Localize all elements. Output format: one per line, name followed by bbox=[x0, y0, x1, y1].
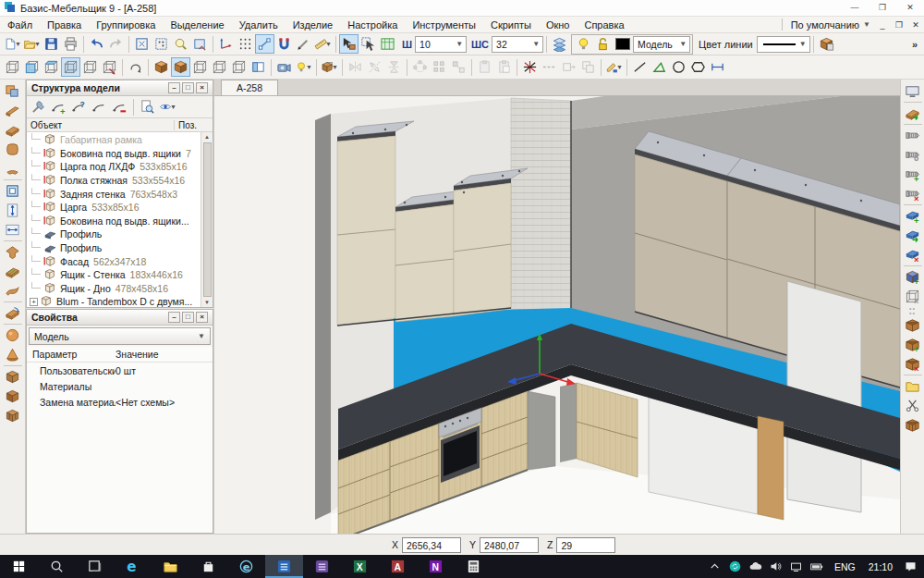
taskbar-basis-button[interactable] bbox=[265, 555, 303, 578]
circle-o-button[interactable] bbox=[669, 57, 688, 77]
ruler-button[interactable]: ▼ bbox=[313, 34, 333, 54]
taskbar-calc-button[interactable] bbox=[455, 555, 492, 578]
solid-cube-button[interactable] bbox=[152, 57, 171, 77]
save-button[interactable] bbox=[42, 34, 61, 54]
array-move-button[interactable] bbox=[449, 57, 468, 77]
mirror-d-button[interactable] bbox=[365, 57, 384, 77]
axes-button[interactable] bbox=[216, 34, 236, 54]
panel-arrow-button[interactable] bbox=[903, 226, 922, 245]
tray-battery-icon[interactable] bbox=[807, 555, 827, 578]
menu-удалить[interactable]: Удалить bbox=[232, 19, 286, 31]
tray-sync-icon[interactable] bbox=[725, 555, 746, 578]
taskbar-explorer-button[interactable] bbox=[152, 555, 189, 578]
dim-hz-button[interactable] bbox=[3, 220, 22, 240]
z-coordinate-input[interactable]: 29 bbox=[556, 537, 615, 553]
language-indicator[interactable]: ENG bbox=[829, 561, 861, 572]
menu-окно[interactable]: Окно bbox=[539, 19, 578, 31]
solid-cube-button[interactable] bbox=[171, 57, 190, 77]
cube-arrow-button[interactable] bbox=[100, 57, 119, 77]
clock[interactable]: 21:10 bbox=[863, 561, 898, 572]
tree-expander-icon[interactable]: + bbox=[30, 298, 38, 306]
taskbar-excel-button[interactable]: X bbox=[341, 555, 379, 578]
taskbar-access-button[interactable]: A bbox=[379, 555, 417, 578]
scissors-button[interactable] bbox=[903, 396, 922, 415]
wood-box-button[interactable] bbox=[3, 387, 22, 406]
cube-add-button[interactable]: + bbox=[903, 267, 922, 287]
cabinet-add-button[interactable]: + bbox=[903, 335, 922, 354]
line-seg-button[interactable] bbox=[630, 57, 650, 77]
new-doc-button[interactable]: ▼ bbox=[3, 34, 22, 54]
tree-item[interactable]: Боковина под выдв. ящики... bbox=[29, 215, 200, 228]
close-button[interactable]: ✕ bbox=[896, 0, 924, 16]
toolbar-overflow-button[interactable]: » bbox=[912, 39, 918, 50]
wood-grid-button[interactable] bbox=[3, 406, 22, 425]
tree-item[interactable]: +Blum - Tandembox D с двумя... bbox=[29, 295, 200, 307]
menu-инструменты[interactable]: Инструменты bbox=[405, 19, 483, 31]
tree-item[interactable]: Ящик - Стенка183x446x16 bbox=[29, 268, 200, 282]
menu-скрипты[interactable]: Скрипты bbox=[483, 19, 539, 31]
minimize-button[interactable]: — bbox=[841, 0, 869, 16]
menu-справка[interactable]: Справка bbox=[577, 19, 631, 31]
menu-правка[interactable]: Правка bbox=[40, 19, 89, 31]
mdi-minimize-button[interactable]: _ bbox=[874, 20, 891, 30]
panel-corner-button[interactable] bbox=[3, 81, 22, 101]
tree-item[interactable]: Полка стяжная533x554x16 bbox=[29, 174, 200, 188]
taskbar-edge-button[interactable]: e bbox=[114, 555, 152, 578]
layers-button[interactable] bbox=[550, 34, 569, 54]
layer-lock-button[interactable] bbox=[593, 34, 613, 54]
paste-b-button[interactable] bbox=[494, 57, 514, 77]
width2-combo[interactable]: 32▼ bbox=[492, 36, 543, 53]
panel-add-button[interactable]: + bbox=[903, 206, 922, 226]
sphere-button[interactable] bbox=[3, 326, 22, 345]
drag-grip[interactable]: •••• bbox=[909, 306, 916, 315]
taskbar-onenote-button[interactable]: N bbox=[417, 555, 455, 578]
panel-hatch-button[interactable] bbox=[3, 262, 22, 281]
taskbar-task-view-button[interactable] bbox=[76, 555, 114, 578]
screw-del-button[interactable]: × bbox=[903, 184, 922, 203]
menu-файл[interactable]: Файл bbox=[0, 19, 40, 31]
tree-item[interactable]: Габаритная рамка bbox=[29, 133, 200, 147]
panel-export-button[interactable] bbox=[903, 104, 922, 123]
array-circ-button[interactable] bbox=[410, 57, 430, 77]
scrollbar-thumb[interactable] bbox=[203, 142, 212, 297]
grid-points-button[interactable] bbox=[236, 34, 255, 54]
cube-top-button[interactable] bbox=[42, 57, 61, 77]
tree-scrollbar[interactable]: ▲ ▼ bbox=[201, 132, 213, 307]
draw-color-button[interactable]: ▼ bbox=[604, 57, 624, 77]
zoom-select-button[interactable] bbox=[152, 34, 171, 54]
panel-minimize-button[interactable]: – bbox=[168, 312, 180, 323]
hexagon-button[interactable] bbox=[688, 57, 708, 77]
pen-button[interactable] bbox=[294, 34, 313, 54]
tree-item[interactable]: Царга под ЛХДФ533x85x16 bbox=[29, 160, 200, 174]
curve-del-button[interactable] bbox=[110, 97, 129, 117]
layer-combo[interactable]: Модель▼ bbox=[633, 36, 690, 53]
copy-style-button[interactable] bbox=[817, 34, 836, 54]
default-scheme-dropdown[interactable]: По умолчанию▼ bbox=[787, 19, 874, 31]
curve-help-button[interactable]: ? bbox=[69, 97, 89, 117]
select-cursor-button[interactable] bbox=[359, 34, 378, 54]
document-tab[interactable]: A-258 bbox=[221, 80, 278, 95]
taskbar-store-button[interactable] bbox=[189, 555, 227, 578]
screw-add-button[interactable]: + bbox=[903, 165, 922, 184]
width-combo[interactable]: 10▼ bbox=[415, 36, 467, 53]
open-folder-button[interactable]: ▼ bbox=[22, 34, 42, 54]
doc-zoom-button[interactable] bbox=[138, 97, 157, 117]
cube-wire-button[interactable] bbox=[3, 57, 22, 77]
undo-button[interactable] bbox=[87, 34, 106, 54]
taskbar-ie-button[interactable]: e bbox=[227, 555, 265, 578]
tree-item[interactable]: Боковина под выдв. ящики7 bbox=[29, 147, 200, 161]
structure-panel-header[interactable]: Структура модели – □ × bbox=[27, 80, 213, 96]
layer-color-swatch[interactable] bbox=[615, 38, 630, 50]
curve-plain-button[interactable] bbox=[90, 97, 109, 117]
trim-star-button[interactable] bbox=[520, 57, 540, 77]
scroll-down-icon[interactable]: ▼ bbox=[204, 299, 210, 306]
tree-item[interactable]: Ящик - Дно478x458x16 bbox=[29, 282, 200, 296]
cube-shade-button[interactable] bbox=[61, 57, 80, 77]
tree-item[interactable]: Царга533x85x16 bbox=[29, 201, 200, 215]
mirror-v-button[interactable] bbox=[346, 57, 365, 77]
mirror-h-button[interactable] bbox=[384, 57, 404, 77]
mdi-restore-button[interactable]: ❐ bbox=[891, 20, 907, 30]
model-viewport[interactable] bbox=[214, 96, 900, 534]
menu-изделие[interactable]: Изделие bbox=[286, 19, 341, 31]
cone-button[interactable] bbox=[3, 345, 22, 364]
